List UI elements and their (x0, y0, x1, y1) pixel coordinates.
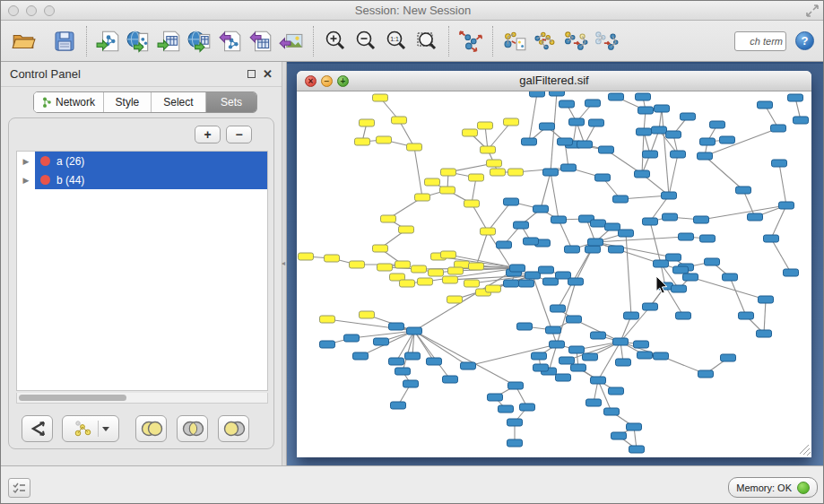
import-network-web-button[interactable] (124, 26, 154, 56)
graph-node[interactable] (759, 296, 774, 303)
graph-node[interactable] (577, 141, 593, 148)
graph-node[interactable] (609, 246, 624, 253)
graph-node[interactable] (700, 138, 716, 145)
graph-node[interactable] (605, 223, 620, 230)
graph-node[interactable] (486, 285, 501, 292)
difference-networks-button[interactable] (591, 26, 621, 56)
graph-node[interactable] (556, 272, 571, 279)
zoom-actual-size-button[interactable]: 1:1 (381, 26, 412, 56)
graph-node[interactable] (551, 305, 566, 312)
save-session-button[interactable] (49, 26, 80, 56)
graph-node[interactable] (558, 138, 573, 145)
graph-node[interactable] (565, 246, 580, 253)
graph-node[interactable] (469, 174, 484, 181)
graph-node[interactable] (487, 160, 502, 167)
graph-node[interactable] (299, 253, 314, 260)
graph-node[interactable] (643, 303, 658, 310)
graph-node[interactable] (344, 335, 360, 342)
graph-node[interactable] (508, 382, 524, 389)
graph-node[interactable] (403, 380, 419, 387)
graph-node[interactable] (676, 312, 691, 319)
export-table-button[interactable] (246, 26, 276, 56)
graph-node[interactable] (478, 122, 493, 129)
graph-node[interactable] (415, 194, 430, 201)
open-session-button[interactable] (8, 26, 39, 56)
graph-node[interactable] (559, 357, 575, 364)
graph-node[interactable] (723, 274, 738, 281)
set-difference-button[interactable] (218, 415, 249, 442)
copy-view-button[interactable] (499, 26, 530, 56)
graph-node[interactable] (510, 265, 525, 272)
graph-node[interactable] (681, 113, 696, 120)
graph-node[interactable] (427, 358, 442, 365)
collapse-panel-icon[interactable]: ◂ (282, 259, 285, 267)
fullscreen-icon[interactable] (805, 4, 820, 18)
select-first-neighbors-button[interactable] (530, 26, 560, 56)
graph-node[interactable] (673, 266, 689, 274)
graph-node[interactable] (441, 251, 456, 258)
graph-node[interactable] (611, 432, 627, 439)
graph-node[interactable] (464, 200, 480, 207)
graph-node[interactable] (355, 138, 370, 145)
graph-node[interactable] (469, 263, 484, 270)
graph-node[interactable] (586, 399, 602, 406)
apply-layout-button[interactable] (455, 26, 486, 56)
graph-node[interactable] (571, 364, 586, 371)
set-union-button[interactable] (135, 415, 167, 442)
graph-node[interactable] (561, 164, 577, 171)
graph-node[interactable] (524, 238, 539, 245)
graph-node[interactable] (325, 255, 340, 262)
graph-node[interactable] (373, 94, 388, 101)
graph-node[interactable] (589, 119, 604, 126)
graph-node[interactable] (463, 129, 478, 136)
import-network-file-button[interactable] (93, 26, 124, 56)
graph-node[interactable] (638, 352, 653, 359)
graph-node[interactable] (499, 405, 514, 413)
merge-networks-button[interactable] (560, 26, 591, 56)
graph-node[interactable] (443, 376, 458, 383)
graph-node[interactable] (464, 280, 480, 287)
graph-node[interactable] (700, 235, 716, 242)
graph-node[interactable] (720, 136, 735, 143)
frame-resize-grip[interactable] (800, 445, 811, 456)
graph-node[interactable] (407, 143, 422, 151)
graph-node[interactable] (710, 121, 725, 128)
graph-node[interactable] (619, 230, 634, 237)
graph-node[interactable] (504, 118, 519, 126)
graph-node[interactable] (320, 316, 335, 323)
network-graph[interactable] (298, 91, 811, 456)
graph-node[interactable] (635, 170, 650, 178)
graph-node[interactable] (613, 338, 629, 345)
horizontal-scrollbar[interactable] (16, 393, 268, 404)
graph-node[interactable] (583, 353, 598, 361)
graph-node[interactable] (654, 352, 669, 360)
graph-node[interactable] (679, 233, 694, 240)
graph-node[interactable] (533, 364, 549, 371)
graph-node[interactable] (638, 107, 654, 114)
export-image-button[interactable] (276, 26, 307, 56)
tab-select[interactable]: Select (152, 92, 206, 112)
scrollbar-thumb[interactable] (19, 395, 126, 401)
graph-node[interactable] (662, 192, 677, 199)
graph-node[interactable] (599, 146, 614, 153)
graph-node[interactable] (568, 278, 584, 285)
set-intersection-button[interactable] (177, 415, 208, 442)
graph-node[interactable] (788, 94, 803, 101)
graph-node[interactable] (519, 280, 534, 287)
network-frame-titlebar[interactable]: × − + galFiltered.sif (297, 71, 811, 91)
graph-node[interactable] (320, 341, 335, 348)
graph-node[interactable] (694, 216, 709, 223)
graph-node[interactable] (543, 278, 559, 285)
close-panel-icon[interactable]: ✕ (263, 68, 273, 80)
create-set-from-selection-button[interactable] (62, 415, 119, 442)
set-list-item[interactable]: ▶b (44) (17, 170, 267, 189)
graph-node[interactable] (461, 362, 476, 369)
graph-node[interactable] (698, 370, 714, 378)
graph-node[interactable] (666, 254, 681, 261)
graph-node[interactable] (771, 125, 786, 132)
graph-node[interactable] (550, 341, 565, 348)
graph-node[interactable] (739, 312, 754, 319)
graph-node[interactable] (764, 235, 779, 242)
graph-node[interactable] (591, 377, 606, 384)
tab-style[interactable]: Style (104, 92, 152, 112)
